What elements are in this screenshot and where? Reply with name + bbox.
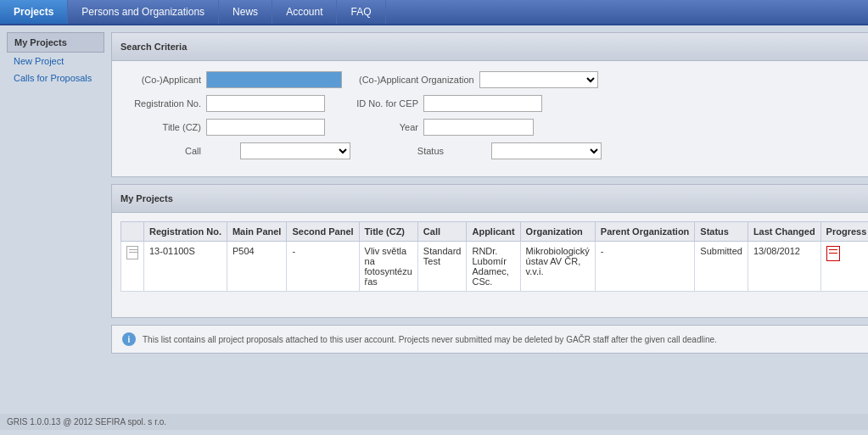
co-applicant-field: (Co-)Applicant — [125, 71, 342, 88]
registration-no-input[interactable] — [206, 95, 325, 112]
status-field: Status — [367, 142, 602, 159]
form-row-1: (Co-)Applicant (Co-)Applicant Organizati… — [125, 71, 868, 88]
call-label: Call — [125, 146, 201, 156]
sidebar: My Projects New Project Calls for Propos… — [7, 32, 104, 407]
progress-report-icon[interactable] — [826, 246, 840, 261]
my-projects-header: My Projects New Project — [112, 185, 868, 213]
row-second-panel: - — [287, 242, 359, 292]
content-area: Search Criteria Search (Co-)Applicant (C… — [111, 32, 868, 407]
nav-tab-news[interactable]: News — [219, 0, 272, 24]
row-parent-org: - — [595, 242, 695, 292]
row-progress-report — [820, 242, 868, 292]
status-label: Status — [367, 146, 444, 156]
col-applicant: Applicant — [467, 222, 520, 242]
co-applicant-org-select[interactable] — [479, 71, 598, 88]
form-row-2: Registration No. ID No. for CEP — [125, 95, 868, 112]
info-icon: i — [122, 332, 136, 346]
footer-note: i This list contains all project proposa… — [111, 325, 868, 354]
top-navigation: Projects Persons and Organizations News … — [0, 0, 868, 25]
year-input[interactable] — [423, 119, 534, 136]
row-call: Standard Test — [417, 242, 467, 292]
main-layout: My Projects New Project Calls for Propos… — [0, 25, 868, 414]
year-label: Year — [342, 122, 418, 132]
col-progress-report: Progress Report — [820, 222, 868, 242]
title-cz-input[interactable] — [206, 119, 325, 136]
nav-tab-faq[interactable]: FAQ — [337, 0, 385, 24]
footer-note-text: This list contains all project proposals… — [143, 335, 717, 344]
form-row-4: Call Status — [125, 142, 868, 159]
bottom-bar-text: GRIS 1.0.0.13 @ 2012 SEFIRA spol. s r.o. — [7, 417, 166, 427]
projects-table: Registration No. Main Panel Second Panel… — [120, 221, 868, 292]
nav-tab-persons[interactable]: Persons and Organizations — [68, 0, 219, 24]
my-projects-title: My Projects — [120, 193, 173, 204]
row-applicant: RNDr. Lubomír Adamec, CSc. — [467, 242, 520, 292]
co-applicant-org-field: (Co-)Applicant Organization — [359, 71, 598, 88]
id-no-cep-input[interactable] — [423, 95, 542, 112]
call-field: Call — [125, 142, 350, 159]
col-status: Status — [695, 222, 748, 242]
pagination: 1 - 1 — [120, 292, 868, 309]
registration-no-field: Registration No. — [125, 95, 325, 112]
row-document-icon[interactable] — [126, 246, 138, 259]
col-main-panel: Main Panel — [227, 222, 286, 242]
row-last-changed: 13/08/2012 — [748, 242, 820, 292]
status-select[interactable] — [491, 142, 602, 159]
search-criteria-title: Search Criteria — [120, 42, 187, 52]
co-applicant-select[interactable] — [206, 71, 342, 88]
id-no-cep-label: ID No. for CEP — [342, 98, 418, 109]
col-reg-no: Registration No. — [144, 222, 227, 242]
search-form: (Co-)Applicant (Co-)Applicant Organizati… — [112, 61, 868, 176]
col-parent-org: Parent Organization — [595, 222, 695, 242]
registration-no-label: Registration No. — [125, 98, 201, 109]
my-projects-panel: My Projects New Project Registration No.… — [111, 184, 868, 318]
table-row: 13-01100S P504 - Vliv světla na fotosynt… — [121, 242, 869, 292]
sidebar-section-title: My Projects — [7, 32, 104, 53]
col-last-changed: Last Changed — [748, 222, 820, 242]
col-organization: Organization — [520, 222, 595, 242]
col-call: Call — [417, 222, 467, 242]
bottom-bar: GRIS 1.0.0.13 @ 2012 SEFIRA spol. s r.o. — [0, 414, 868, 430]
call-select[interactable] — [240, 142, 350, 159]
col-icon — [121, 222, 144, 242]
form-row-3: Title (CZ) Year — [125, 119, 868, 136]
nav-tab-account[interactable]: Account — [272, 0, 337, 24]
row-organization: Mikrobiologický ústav AV ČR, v.v.i. — [520, 242, 595, 292]
co-applicant-org-label: (Co-)Applicant Organization — [359, 75, 474, 85]
table-container: Registration No. Main Panel Second Panel… — [112, 213, 868, 317]
table-header-row: Registration No. Main Panel Second Panel… — [121, 222, 869, 242]
row-status: Submitted — [695, 242, 748, 292]
sidebar-item-new-project[interactable]: New Project — [7, 53, 104, 70]
search-criteria-header: Search Criteria Search — [112, 33, 868, 61]
title-cz-label: Title (CZ) — [125, 122, 201, 132]
id-no-cep-field: ID No. for CEP — [342, 95, 542, 112]
row-reg-no: 13-01100S — [144, 242, 227, 292]
co-applicant-label: (Co-)Applicant — [125, 75, 201, 85]
row-title-cz: Vliv světla na fotosyntézu řas — [359, 242, 417, 292]
nav-tab-projects[interactable]: Projects — [0, 0, 68, 24]
sidebar-item-calls[interactable]: Calls for Proposals — [7, 70, 104, 86]
title-cz-field: Title (CZ) — [125, 119, 325, 136]
col-title-cz: Title (CZ) — [359, 222, 417, 242]
col-second-panel: Second Panel — [287, 222, 359, 242]
year-field: Year — [342, 119, 534, 136]
search-criteria-panel: Search Criteria Search (Co-)Applicant (C… — [111, 32, 868, 177]
row-main-panel: P504 — [227, 242, 286, 292]
row-doc-cell — [121, 242, 144, 292]
